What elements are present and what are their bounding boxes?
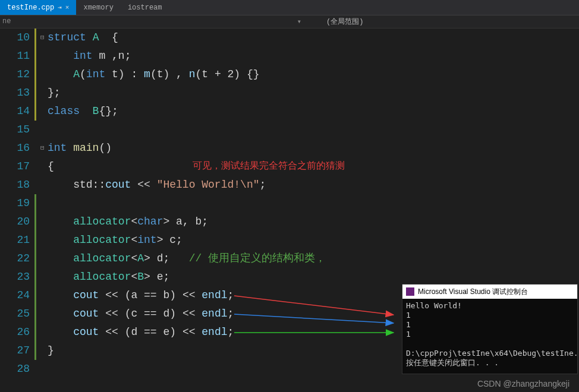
tab-iostream[interactable]: iostream	[121, 0, 169, 15]
function-name: main	[67, 142, 99, 154]
keyword: class	[48, 105, 80, 117]
debug-console-window: Microsoft Visual Studio 调试控制台 Hello Worl…	[402, 284, 578, 374]
line-number: 16	[0, 139, 30, 157]
change-marker	[34, 249, 36, 268]
operator: <<	[131, 179, 156, 191]
line-number: 13	[0, 84, 30, 102]
console-output: Hello World! 1 1 1 D:\cppProj\testIne\x6…	[402, 299, 577, 370]
indent	[48, 216, 73, 227]
tab-active[interactable]: testIne.cpp ⇥ ×	[0, 0, 76, 15]
type-name: A	[93, 31, 99, 43]
identifier: b	[163, 289, 169, 301]
variable: n	[189, 68, 196, 80]
fold-icon[interactable]: ⊟	[40, 29, 48, 47]
tab-label: xmemory	[83, 4, 113, 12]
identifier: cout	[105, 179, 131, 191]
console-title-text: Microsoft Visual Studio 调试控制台	[418, 287, 528, 297]
tab-label: testIne.cpp	[7, 4, 54, 12]
line-number: 26	[0, 323, 30, 342]
operator: << (	[99, 326, 131, 338]
punct: ()	[99, 142, 112, 154]
type-name: allocator	[73, 234, 131, 246]
code-line: ⊟struct A {	[40, 29, 579, 47]
punct: {};	[99, 105, 118, 117]
comment: // 使用自定义的结构和类，	[169, 252, 326, 264]
punct: ;	[228, 308, 234, 320]
type-name: B	[80, 105, 99, 117]
indent	[48, 234, 73, 246]
code-line: int m ,n;	[40, 47, 579, 65]
identifier: cout	[73, 289, 99, 301]
line-number-gutter: 10 11 12 13 14 15 16 17 18 19 20 21 22 2…	[0, 29, 33, 379]
line-number: 21	[0, 231, 30, 249]
identifier: d	[131, 326, 137, 338]
operator: << (	[99, 289, 131, 301]
indent	[48, 289, 73, 301]
text: (t) ,	[150, 68, 189, 80]
code-line: ⊟int main()	[40, 139, 579, 157]
string-literal: "Hello World!\n"	[157, 179, 260, 191]
change-marker	[34, 342, 36, 360]
operator: ==	[137, 289, 163, 301]
type-name: B	[137, 271, 144, 283]
change-marker	[34, 194, 36, 213]
scope-bar: ne ▾ (全局范围)	[0, 15, 579, 29]
change-marker	[34, 47, 36, 65]
identifier: cout	[73, 308, 99, 320]
keyword: int	[86, 68, 105, 80]
change-marker	[34, 268, 36, 286]
type-name: A	[137, 252, 144, 264]
punct: ;	[259, 179, 266, 191]
change-marker	[34, 121, 36, 139]
operator: ==	[137, 326, 163, 338]
scope-right-label: (全局范围)	[326, 18, 363, 26]
punct: };	[48, 87, 61, 99]
change-marker	[34, 176, 36, 194]
identifier: endl	[202, 308, 227, 320]
pin-icon[interactable]: ⇥	[58, 4, 62, 11]
console-titlebar[interactable]: Microsoft Visual Studio 调试控制台	[402, 284, 577, 299]
change-marker	[34, 231, 36, 249]
identifier: c;	[169, 234, 182, 246]
change-marker	[34, 29, 36, 47]
punct: >	[157, 234, 170, 246]
console-line: 1	[406, 311, 411, 320]
indent	[48, 252, 73, 264]
punct: ;	[228, 326, 234, 338]
line-number: 19	[0, 194, 30, 213]
close-icon[interactable]: ×	[65, 4, 70, 11]
identifier: d	[163, 308, 169, 320]
operator: ) <<	[169, 289, 202, 301]
variable: m	[144, 68, 150, 80]
identifier: e	[163, 326, 169, 338]
identifier: a, b;	[176, 216, 208, 227]
operator: << (	[99, 308, 131, 320]
identifier: cout	[73, 326, 99, 338]
code-line: allocator<char> a, b;	[40, 213, 579, 231]
type-name: A	[73, 68, 80, 80]
change-marker	[34, 286, 36, 305]
punct: {	[99, 31, 118, 43]
scope-left-dropdown[interactable]: ne ▾	[0, 17, 306, 26]
fold-icon[interactable]: ⊟	[40, 139, 48, 157]
line-number: 11	[0, 47, 30, 65]
identifier: e;	[157, 271, 170, 283]
code-line: std::cout << "Hello World!\n";	[40, 176, 579, 194]
tab-xmemory[interactable]: xmemory	[76, 0, 120, 15]
line-number: 10	[0, 29, 30, 47]
code-line: };	[40, 84, 579, 102]
identifier: m ,n;	[93, 50, 131, 62]
chevron-down-icon: ▾	[297, 17, 301, 26]
indent	[48, 308, 73, 320]
line-number: 23	[0, 268, 30, 286]
scope-right-dropdown[interactable]: (全局范围)	[306, 17, 579, 27]
identifier: endl	[202, 289, 227, 301]
line-number: 20	[0, 213, 30, 231]
punct: <	[131, 271, 137, 283]
line-number: 27	[0, 342, 30, 360]
indent	[48, 326, 73, 338]
line-number: 18	[0, 176, 30, 194]
console-line: 1	[406, 330, 411, 339]
change-marker-column	[33, 29, 38, 379]
line-number: 22	[0, 249, 30, 268]
